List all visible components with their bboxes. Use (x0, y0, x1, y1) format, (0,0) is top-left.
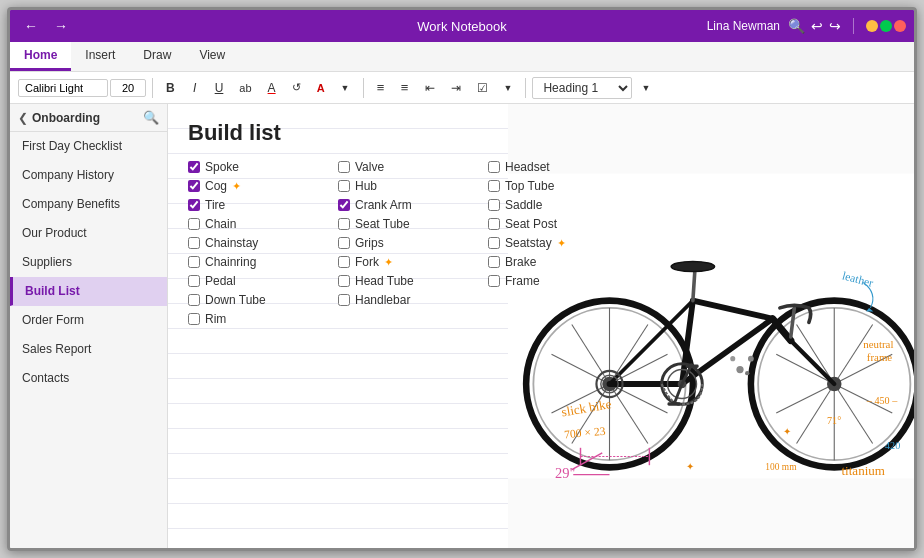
sidebar-item-company-history[interactable]: Company History (10, 161, 167, 190)
label-top-tube: Top Tube (505, 179, 554, 193)
label-chainstay: Chainstay (205, 236, 258, 250)
checkbox-pedal[interactable] (188, 275, 200, 287)
checkbox-seat-post[interactable] (488, 218, 500, 230)
checkbox-hub[interactable] (338, 180, 350, 192)
checkbox-grips[interactable] (338, 237, 350, 249)
checkbox-headset[interactable] (488, 161, 500, 173)
checkbox-tire[interactable] (188, 199, 200, 211)
increase-indent-button[interactable]: ⇥ (444, 77, 468, 99)
check-frame: Frame (488, 274, 598, 288)
label-crank-arm: Crank Arm (355, 198, 412, 212)
svg-text:frame: frame (867, 351, 892, 363)
redo-icon[interactable]: ↪ (829, 18, 841, 34)
checkbox-crank-arm[interactable] (338, 199, 350, 211)
tab-draw[interactable]: Draw (129, 42, 185, 71)
checkbox-seatstay[interactable] (488, 237, 500, 249)
font-name-input[interactable] (18, 79, 108, 97)
sidebar-item-our-product[interactable]: Our Product (10, 219, 167, 248)
text-effect-button[interactable]: A (310, 78, 332, 98)
label-down-tube: Down Tube (205, 293, 266, 307)
sidebar-search-icon[interactable]: 🔍 (143, 110, 159, 125)
label-spoke: Spoke (205, 160, 239, 174)
label-handlebar: Handlebar (355, 293, 410, 307)
bold-button[interactable]: B (159, 77, 182, 99)
sidebar-item-build-list[interactable]: Build List (10, 277, 167, 306)
checkbox-chainring[interactable] (188, 256, 200, 268)
label-hub: Hub (355, 179, 377, 193)
checkbox-top-tube[interactable] (488, 180, 500, 192)
svg-point-48 (748, 356, 754, 362)
checkbox-fork[interactable] (338, 256, 350, 268)
ribbon-toolbar: B I U ab A ↺ A ▼ ≡ ≡ ⇤ ⇥ ☑ ▼ Heading 1 ▼ (10, 72, 914, 103)
checkbox-brake[interactable] (488, 256, 500, 268)
tab-view[interactable]: View (185, 42, 239, 71)
checkbox-chainstay[interactable] (188, 237, 200, 249)
numbering-button[interactable]: ≡ (394, 76, 416, 99)
bullets-button[interactable]: ≡ (370, 76, 392, 99)
title-bar: ← → Work Notebook Lina Newman 🔍 ↩ ↪ (10, 10, 914, 42)
sidebar-item-sales-report[interactable]: Sales Report (10, 335, 167, 364)
svg-text:100 mm: 100 mm (765, 462, 797, 472)
sidebar-item-first-day[interactable]: First Day Checklist (10, 132, 167, 161)
sidebar-item-contacts[interactable]: Contacts (10, 364, 167, 393)
check-cog: Cog ✦ (188, 179, 298, 193)
ribbon-tabs: Home Insert Draw View (10, 42, 914, 72)
checkbox-down-tube[interactable] (188, 294, 200, 306)
label-rim: Rim (205, 312, 226, 326)
heading-more-button[interactable]: ▼ (634, 79, 657, 97)
maximize-button[interactable] (880, 20, 892, 32)
check-tire: Tire (188, 198, 298, 212)
checkbox-valve[interactable] (338, 161, 350, 173)
font-color-button[interactable]: A (261, 77, 283, 99)
sidebar-item-company-benefits[interactable]: Company Benefits (10, 190, 167, 219)
checkbox-frame[interactable] (488, 275, 500, 287)
checklist-col-1: Spoke Cog ✦ Tire Chai (188, 160, 298, 326)
checkbox-head-tube[interactable] (338, 275, 350, 287)
label-chainring: Chainring (205, 255, 256, 269)
close-button[interactable] (894, 20, 906, 32)
ribbon: Home Insert Draw View B I U ab A ↺ A ▼ ≡… (10, 42, 914, 104)
checkbox-saddle[interactable] (488, 199, 500, 211)
check-seat-tube: Seat Tube (338, 217, 448, 231)
check-rim: Rim (188, 312, 298, 326)
font-size-input[interactable] (110, 79, 146, 97)
check-hub: Hub (338, 179, 448, 193)
check-chain: Chain (188, 217, 298, 231)
clear-format-button[interactable]: ↺ (285, 77, 308, 98)
highlight-button[interactable]: ab (232, 78, 258, 98)
sidebar: ❮ Onboarding 🔍 First Day Checklist Compa… (10, 104, 168, 548)
sidebar-item-suppliers[interactable]: Suppliers (10, 248, 167, 277)
checkbox-handlebar[interactable] (338, 294, 350, 306)
checkbox-rim[interactable] (188, 313, 200, 325)
checkbox-seat-tube[interactable] (338, 218, 350, 230)
tab-home[interactable]: Home (10, 42, 71, 71)
sep-3 (525, 78, 526, 98)
label-saddle: Saddle (505, 198, 542, 212)
checkbox-cog[interactable] (188, 180, 200, 192)
window-title: Work Notebook (417, 19, 506, 34)
svg-point-49 (730, 356, 735, 361)
search-icon[interactable]: 🔍 (788, 18, 805, 34)
forward-button[interactable]: → (48, 16, 74, 36)
more-format-button[interactable]: ▼ (334, 79, 357, 97)
heading-style-select[interactable]: Heading 1 (532, 77, 632, 99)
svg-text:neutral: neutral (863, 338, 893, 350)
sidebar-notebook-label: Onboarding (32, 111, 143, 125)
undo-icon[interactable]: ↩ (811, 18, 823, 34)
sidebar-collapse-icon[interactable]: ❮ (18, 111, 28, 125)
svg-text:420: 420 (885, 440, 900, 451)
italic-button[interactable]: I (184, 77, 206, 99)
checkbox-chain[interactable] (188, 218, 200, 230)
checkbox-button[interactable]: ☑ (470, 77, 495, 99)
underline-button[interactable]: U (208, 77, 231, 99)
back-button[interactable]: ← (18, 16, 44, 36)
checkbox-spoke[interactable] (188, 161, 200, 173)
tab-insert[interactable]: Insert (71, 42, 129, 71)
svg-point-47 (736, 366, 743, 373)
check-pedal: Pedal (188, 274, 298, 288)
more-para-button[interactable]: ▼ (497, 79, 520, 97)
sidebar-item-order-form[interactable]: Order Form (10, 306, 167, 335)
minimize-button[interactable] (866, 20, 878, 32)
check-chainstay: Chainstay (188, 236, 298, 250)
decrease-indent-button[interactable]: ⇤ (418, 77, 442, 99)
